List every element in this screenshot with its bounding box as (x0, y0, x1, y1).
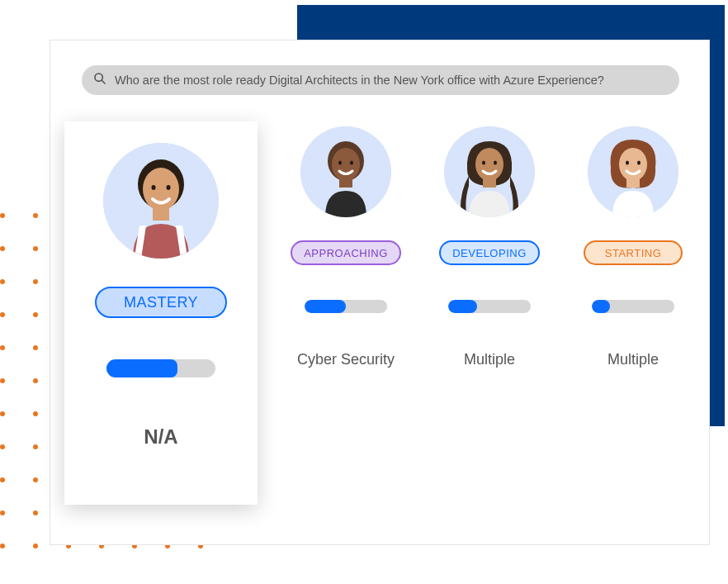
progress-fill (448, 300, 477, 313)
specialty-label: N/A (144, 425, 177, 449)
svg-rect-10 (483, 176, 496, 188)
level-badge: MASTERY (95, 287, 227, 318)
level-badge: APPROACHING (291, 240, 401, 265)
featured-candidate-card[interactable]: MASTERY N/A (64, 121, 258, 505)
avatar (300, 126, 391, 217)
progress-fill (592, 300, 610, 313)
progress-bar (592, 300, 674, 313)
svg-point-22 (152, 185, 156, 190)
svg-rect-15 (626, 176, 640, 188)
search-bar[interactable]: Who are the most role ready Digital Arch… (82, 65, 679, 95)
svg-point-17 (637, 161, 641, 165)
level-badge: STARTING (584, 240, 683, 265)
candidate-card[interactable]: STARTING Multiple (567, 126, 699, 368)
svg-point-23 (167, 185, 171, 190)
svg-point-11 (482, 161, 485, 165)
progress-bar (305, 300, 387, 313)
svg-rect-5 (339, 176, 352, 188)
avatar (588, 126, 678, 217)
svg-line-1 (102, 80, 105, 83)
level-badge: DEVELOPING (439, 240, 540, 265)
candidate-card[interactable]: DEVELOPING Multiple (423, 126, 555, 368)
progress-fill (305, 300, 346, 313)
search-icon (93, 72, 106, 88)
svg-point-7 (350, 161, 353, 165)
specialty-label: Cyber Security (297, 351, 395, 368)
progress-bar (106, 359, 215, 377)
specialty-label: Multiple (607, 351, 659, 368)
svg-point-16 (626, 161, 629, 165)
svg-point-12 (494, 161, 497, 165)
avatar (103, 143, 219, 259)
svg-rect-21 (153, 206, 169, 221)
specialty-label: Multiple (464, 351, 515, 368)
candidate-list: APPROACHING Cyber Security (280, 126, 699, 368)
candidate-card[interactable]: APPROACHING Cyber Security (280, 126, 412, 368)
avatar (444, 126, 535, 217)
search-query-text: Who are the most role ready Digital Arch… (115, 74, 604, 87)
svg-point-6 (338, 161, 342, 165)
progress-fill (106, 359, 177, 377)
progress-bar (448, 300, 531, 313)
